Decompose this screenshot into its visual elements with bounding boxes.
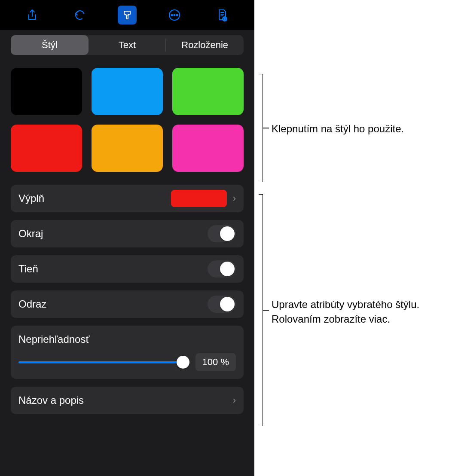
fill-row[interactable]: Výplň ›	[11, 185, 244, 212]
toggle-knob	[220, 297, 235, 311]
style-swatch-grid	[11, 68, 244, 172]
style-swatch-pink[interactable]	[172, 125, 244, 172]
chevron-right-icon: ›	[233, 395, 236, 406]
toolbar	[0, 0, 254, 30]
svg-point-3	[174, 15, 175, 16]
callout-line	[263, 128, 269, 128]
shadow-label: Tieň	[18, 263, 208, 275]
reflection-toggle[interactable]	[208, 296, 236, 313]
callout-tap-style: Klepnutím na štýl ho použite.	[272, 122, 404, 136]
document-button[interactable]	[213, 6, 232, 24]
border-row[interactable]: Okraj	[11, 220, 244, 247]
svg-point-7	[224, 18, 225, 20]
tab-text[interactable]: Text	[89, 35, 166, 55]
bracket-icon	[259, 74, 263, 182]
style-swatch-black[interactable]	[11, 68, 82, 115]
fill-label: Výplň	[18, 192, 171, 204]
style-swatch-red[interactable]	[11, 125, 82, 172]
tab-layout[interactable]: Rozloženie	[166, 35, 244, 55]
bracket-icon	[259, 194, 263, 426]
share-button[interactable]	[23, 6, 42, 24]
segmented-control: Štýl Text Rozloženie	[11, 35, 244, 55]
title-caption-row[interactable]: Názov a popis ›	[11, 387, 244, 414]
more-button[interactable]	[165, 6, 184, 24]
annotations-panel: Klepnutím na štýl ho použite. Upravte at…	[254, 0, 452, 476]
svg-point-0	[74, 9, 86, 21]
fill-color-preview	[171, 190, 227, 207]
title-caption-label: Názov a popis	[18, 394, 233, 406]
undo-button[interactable]	[70, 6, 89, 24]
shadow-row[interactable]: Tieň	[11, 255, 244, 283]
svg-point-2	[171, 15, 173, 16]
reflection-row[interactable]: Odraz	[11, 290, 244, 318]
chevron-right-icon: ›	[233, 193, 236, 204]
toggle-knob	[220, 226, 235, 241]
opacity-label: Nepriehľadnosť	[18, 333, 236, 345]
shadow-toggle[interactable]	[208, 260, 236, 278]
opacity-slider[interactable]	[18, 356, 189, 369]
toggle-knob	[220, 262, 235, 276]
style-swatch-blue[interactable]	[92, 68, 163, 115]
border-toggle[interactable]	[208, 225, 236, 242]
opacity-value[interactable]: 100 %	[195, 353, 236, 371]
style-swatch-orange[interactable]	[92, 125, 163, 172]
callout-adjust-attributes: Upravte atribúty vybratého štýlu. Rolova…	[272, 297, 435, 326]
border-label: Okraj	[18, 228, 208, 240]
svg-point-4	[177, 15, 178, 16]
style-swatch-green[interactable]	[172, 68, 244, 115]
format-button[interactable]	[118, 6, 137, 24]
reflection-label: Odraz	[18, 298, 208, 310]
tab-style[interactable]: Štýl	[11, 35, 89, 55]
callout-line	[263, 310, 269, 311]
slider-track	[18, 361, 189, 363]
opacity-row: Nepriehľadnosť 100 %	[11, 326, 244, 379]
slider-knob[interactable]	[177, 356, 189, 369]
format-panel: Štýl Text Rozloženie Výplň › Okraj Tieň	[0, 0, 254, 476]
